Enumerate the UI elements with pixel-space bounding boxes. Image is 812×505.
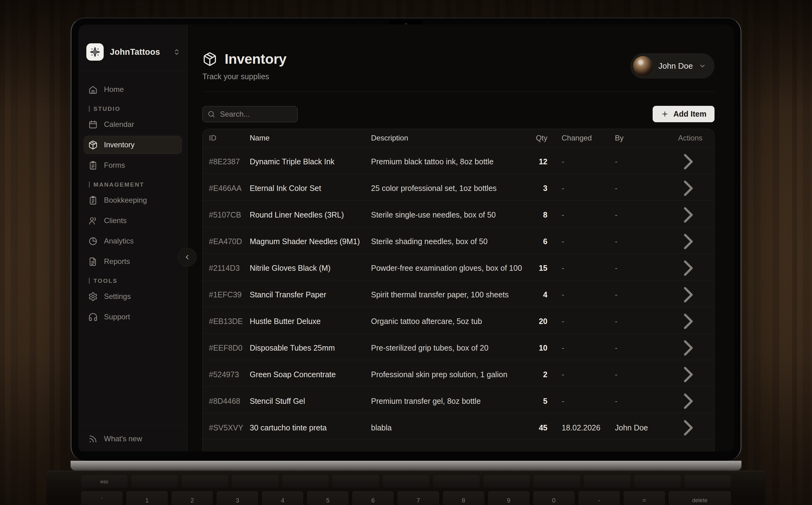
sidebar-nav: HomeSTUDIOCalendarInventoryFormsMANAGEME… bbox=[78, 71, 187, 328]
sidebar-item-support[interactable]: Support bbox=[84, 308, 182, 326]
row-expand-chevron-icon[interactable] bbox=[674, 254, 714, 283]
row-expand-chevron-icon[interactable] bbox=[674, 413, 714, 442]
keyboard-key-9: 9 bbox=[488, 491, 529, 505]
row-by: - bbox=[615, 370, 674, 379]
table-row[interactable]: #8E2387Dynamic Triple Black InkPremium b… bbox=[203, 147, 714, 174]
sidebar-item-bookkeeping[interactable]: Bookkeeping bbox=[84, 191, 182, 209]
table-row[interactable]: #8D4468Stencil Stuff GelPremium transfer… bbox=[203, 386, 714, 413]
home-icon bbox=[88, 85, 98, 95]
row-id: #EA470D bbox=[209, 237, 250, 246]
keyboard-key-: = bbox=[624, 491, 665, 505]
row-by: - bbox=[615, 237, 674, 246]
row-id: #524973 bbox=[209, 370, 250, 379]
add-item-label: Add Item bbox=[673, 110, 706, 119]
keyboard-key-1: 1 bbox=[126, 491, 168, 505]
sidebar-collapse-button[interactable] bbox=[178, 248, 196, 267]
sidebar-item-label: Inventory bbox=[104, 141, 135, 149]
row-id: #8E2387 bbox=[209, 157, 250, 166]
row-expand-chevron-icon[interactable] bbox=[674, 200, 714, 229]
workspace-switcher[interactable]: JohnTattoos bbox=[86, 42, 181, 61]
column-description: Description bbox=[371, 134, 526, 142]
row-expand-chevron-icon[interactable] bbox=[674, 280, 714, 309]
search-input-wrap bbox=[202, 106, 298, 122]
workspace-logo bbox=[86, 43, 104, 61]
table-row[interactable]: #1EFC39Stancil Transfer PaperSpirit ther… bbox=[203, 280, 714, 307]
topbar: Inventory Track your supplies John Doe bbox=[202, 51, 714, 81]
avatar bbox=[633, 56, 653, 76]
row-expand-chevron-icon[interactable] bbox=[674, 174, 714, 203]
table-header-row: ID Name Description Qty Changed By Actio… bbox=[203, 129, 714, 147]
sidebar-item-clients[interactable]: Clients bbox=[84, 212, 182, 229]
row-qty: 4 bbox=[543, 290, 547, 299]
sidebar-footer-divider bbox=[78, 425, 187, 426]
user-menu[interactable]: John Doe bbox=[630, 53, 714, 78]
package-icon bbox=[202, 52, 217, 66]
sidebar-item-label: Reports bbox=[104, 257, 130, 266]
keyboard-key-7: 7 bbox=[397, 491, 439, 505]
keyboard-key-6: 6 bbox=[352, 491, 393, 505]
headphones-icon bbox=[88, 312, 98, 322]
column-id: ID bbox=[209, 134, 250, 142]
keyboard-key-delete: delete bbox=[669, 491, 731, 505]
sidebar-section-label-studio: STUDIO bbox=[89, 106, 182, 112]
table-row[interactable]: #EEF8D0Disposable Tubes 25mmPre-steriliz… bbox=[203, 333, 714, 360]
row-description: blabla bbox=[371, 423, 526, 432]
header-divider bbox=[202, 92, 714, 92]
row-expand-chevron-icon[interactable] bbox=[674, 360, 714, 389]
row-qty: 20 bbox=[539, 317, 547, 326]
sidebar-section-label-tools: TOOLS bbox=[89, 278, 182, 284]
row-expand-chevron-icon[interactable] bbox=[674, 227, 714, 256]
table-row[interactable]: #E466AAEternal Ink Color Set25 color pro… bbox=[203, 174, 714, 200]
row-description: Sterile shading needles, box of 50 bbox=[371, 237, 526, 246]
sidebar-item-reports[interactable]: Reports bbox=[84, 252, 182, 271]
sidebar-item-calendar[interactable]: Calendar bbox=[84, 116, 182, 133]
row-id: #EB13DE bbox=[209, 317, 250, 326]
row-id: #EEF8D0 bbox=[209, 343, 250, 352]
add-item-button[interactable]: Add Item bbox=[653, 106, 714, 122]
keyboard-key-5: 5 bbox=[307, 491, 348, 505]
table-row-partial bbox=[203, 440, 714, 452]
row-name: Dynamic Triple Black Ink bbox=[250, 157, 371, 166]
row-changed: - bbox=[547, 237, 615, 246]
row-changed: - bbox=[547, 157, 615, 166]
sidebar-item-analytics[interactable]: Analytics bbox=[84, 232, 182, 250]
row-qty: 8 bbox=[543, 210, 547, 219]
row-qty: 6 bbox=[543, 237, 547, 246]
sidebar-item-home[interactable]: Home bbox=[84, 80, 182, 99]
row-by: - bbox=[615, 184, 674, 193]
row-expand-chevron-icon[interactable] bbox=[674, 334, 714, 362]
row-by: - bbox=[615, 290, 674, 299]
chevrons-up-down-icon bbox=[172, 48, 181, 56]
row-name: 30 cartucho tinte preta bbox=[250, 423, 371, 432]
page-title: Inventory bbox=[225, 51, 287, 67]
sidebar-item-inventory[interactable]: Inventory bbox=[84, 136, 182, 154]
table-row[interactable]: #SV5XVY30 cartucho tinte pretablabla4518… bbox=[203, 413, 714, 440]
sidebar-item-label: Settings bbox=[104, 292, 131, 301]
laptop-keyboard-deck: esc`1234567890-=delete bbox=[46, 471, 766, 505]
keyboard-key bbox=[232, 476, 278, 488]
sidebar-item-label: Clients bbox=[104, 216, 127, 225]
sidebar-item-label: Bookkeeping bbox=[104, 196, 147, 204]
row-expand-chevron-icon[interactable] bbox=[674, 387, 714, 415]
sidebar-item-label: Calendar bbox=[104, 120, 134, 129]
table-row[interactable]: #EA470DMagnum Shader Needles (9M1)Steril… bbox=[203, 227, 714, 254]
sidebar-item-forms[interactable]: Forms bbox=[84, 156, 182, 174]
search-input[interactable] bbox=[202, 106, 298, 122]
sidebar-item-label: Support bbox=[104, 313, 130, 321]
toolbar: Add Item bbox=[202, 106, 714, 122]
keyboard-key-2: 2 bbox=[171, 491, 213, 505]
keyboard-key-: - bbox=[579, 491, 620, 505]
row-expand-chevron-icon[interactable] bbox=[674, 307, 714, 336]
table-row[interactable]: #EB13DEHustle Butter DeluxeOrganic tatto… bbox=[203, 307, 714, 333]
row-description: Sterile single-use needles, box of 50 bbox=[371, 210, 526, 219]
whats-new-link[interactable]: What's new bbox=[84, 430, 182, 448]
row-id: #2114D3 bbox=[209, 264, 250, 273]
keyboard-key bbox=[131, 476, 178, 488]
table-row[interactable]: #2114D3Nitrile Gloves Black (M)Powder-fr… bbox=[203, 254, 714, 280]
row-expand-chevron-icon[interactable] bbox=[674, 147, 714, 176]
whats-new-label: What's new bbox=[104, 435, 142, 443]
table-row[interactable]: #524973Green Soap ConcentrateProfessiona… bbox=[203, 360, 714, 386]
keyboard-key-4: 4 bbox=[262, 491, 303, 505]
table-row[interactable]: #5107CBRound Liner Needles (3RL)Sterile … bbox=[203, 200, 714, 227]
sidebar-item-settings[interactable]: Settings bbox=[84, 288, 182, 305]
